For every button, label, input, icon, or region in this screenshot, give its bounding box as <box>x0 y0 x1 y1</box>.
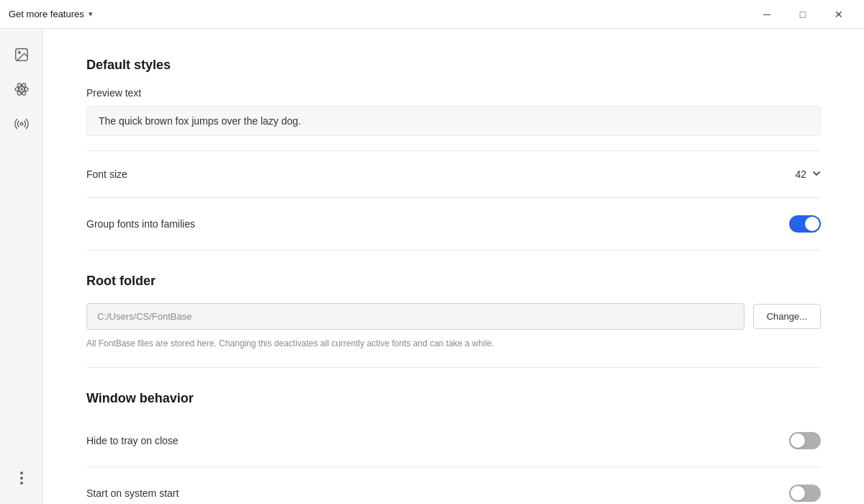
title-bar-left: Get more features ▾ <box>9 9 93 19</box>
main-content: Default styles Preview text The quick br… <box>43 29 864 504</box>
section-window-behavior: Window behavior Hide to tray on close St… <box>86 391 821 504</box>
font-size-dropdown-arrow-icon[interactable] <box>812 169 821 180</box>
app-title: Get more features <box>9 9 84 19</box>
divider-1 <box>86 150 821 151</box>
group-fonts-toggle[interactable] <box>789 215 821 233</box>
section-title-default-styles: Default styles <box>86 58 821 73</box>
svg-point-1 <box>18 51 20 53</box>
change-folder-button[interactable]: Change... <box>753 304 821 329</box>
minimize-button[interactable]: ─ <box>750 3 783 26</box>
hide-tray-toggle-knob <box>791 433 805 448</box>
sidebar-icon-podcast[interactable] <box>7 109 36 138</box>
window-controls: ─ □ ✕ <box>750 3 855 26</box>
title-chevron-icon[interactable]: ▾ <box>89 9 93 19</box>
svg-point-7 <box>20 472 23 474</box>
hide-tray-label: Hide to tray on close <box>86 435 179 446</box>
system-start-label: Start on system start <box>86 487 179 499</box>
folder-path-input[interactable] <box>86 303 744 330</box>
section-title-window-behavior: Window behavior <box>86 391 821 406</box>
group-fonts-label: Group fonts into families <box>86 218 195 230</box>
font-size-row: Font size 42 <box>86 157 821 192</box>
section-title-root-folder: Root folder <box>86 274 821 289</box>
title-bar: Get more features ▾ ─ □ ✕ <box>0 0 864 29</box>
folder-row: Change... <box>86 303 821 330</box>
font-size-control[interactable]: 42 <box>789 168 821 180</box>
font-size-label: Font size <box>86 168 127 180</box>
divider-2 <box>86 197 821 198</box>
svg-point-2 <box>21 89 22 90</box>
folder-note: All FontBase files are stored here. Chan… <box>86 337 821 350</box>
preview-label: Preview text <box>86 87 821 99</box>
divider-5 <box>86 467 821 467</box>
divider-3 <box>86 250 821 251</box>
svg-point-8 <box>20 477 23 480</box>
preview-text: The quick brown fox jumps over the lazy … <box>86 106 821 136</box>
section-default-styles: Default styles Preview text The quick br… <box>86 58 821 251</box>
section-root-folder: Root folder Change... All FontBase files… <box>86 274 821 368</box>
sidebar <box>0 29 43 504</box>
sidebar-icon-package[interactable] <box>7 40 36 69</box>
hide-tray-toggle[interactable] <box>789 432 821 449</box>
system-start-toggle-knob <box>791 486 805 500</box>
group-fonts-toggle-knob <box>805 217 819 231</box>
sidebar-icon-atom[interactable] <box>7 75 36 104</box>
svg-point-9 <box>20 482 23 485</box>
svg-point-3 <box>14 86 27 91</box>
system-start-row: Start on system start <box>86 473 821 504</box>
app-body: Default styles Preview text The quick br… <box>0 29 864 504</box>
maximize-button[interactable]: □ <box>786 3 819 26</box>
font-size-value: 42 <box>789 168 806 180</box>
svg-point-6 <box>20 122 23 125</box>
group-fonts-row: Group fonts into families <box>86 204 821 244</box>
system-start-toggle[interactable] <box>789 485 821 502</box>
divider-4 <box>86 367 821 368</box>
hide-tray-row: Hide to tray on close <box>86 420 821 461</box>
sidebar-more-button[interactable] <box>7 464 36 492</box>
close-button[interactable]: ✕ <box>822 3 855 26</box>
